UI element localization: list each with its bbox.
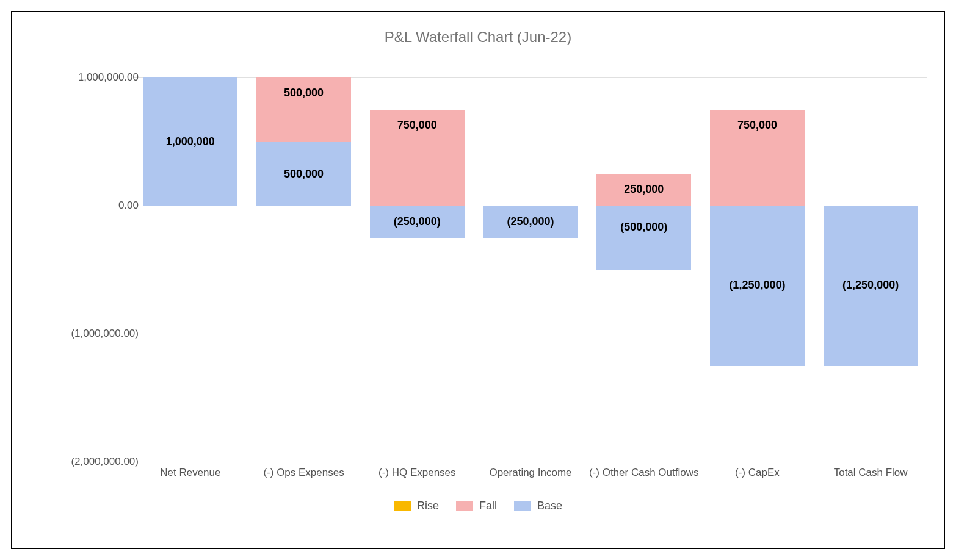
- data-label: 500,000: [256, 168, 351, 181]
- data-label: 750,000: [370, 119, 465, 132]
- bar-5: (1,250,000)750,000: [710, 77, 805, 462]
- legend-label: Base: [537, 500, 562, 512]
- plot-area: 1,000,000500,000500,000(250,000)750,000(…: [134, 77, 927, 462]
- x-tick-label: (-) Other Cash Outflows: [587, 467, 701, 479]
- legend: RiseFallBase: [12, 500, 944, 514]
- gridline: [134, 462, 927, 462]
- x-tick-label: Operating Income: [474, 467, 587, 479]
- bar-1: 500,000500,000: [256, 77, 351, 462]
- fall-swatch: [456, 501, 473, 511]
- data-label: (1,250,000): [824, 279, 918, 292]
- bar-3: (250,000): [483, 77, 578, 462]
- bar-2: (250,000)750,000: [370, 77, 465, 462]
- y-tick-label: 0.00: [29, 199, 139, 212]
- bar-4: (500,000)250,000: [596, 77, 691, 462]
- x-tick-label: (-) Ops Expenses: [247, 467, 361, 479]
- data-label: 750,000: [710, 119, 805, 132]
- bar-0: 1,000,000: [143, 77, 237, 462]
- waterfall-chart: P&L Waterfall Chart (Jun-22) 1,000,00050…: [11, 11, 945, 549]
- chart-title: P&L Waterfall Chart (Jun-22): [12, 12, 944, 46]
- legend-item-rise: Rise: [394, 500, 439, 512]
- x-tick-label: Net Revenue: [134, 467, 247, 479]
- x-tick-label: (-) HQ Expenses: [360, 467, 474, 479]
- y-tick-label: (1,000,000.00): [29, 328, 139, 340]
- data-label: (500,000): [596, 221, 691, 234]
- x-tick-label: (-) CapEx: [700, 467, 814, 479]
- x-axis-labels: Net Revenue(-) Ops Expenses(-) HQ Expens…: [134, 467, 927, 485]
- data-label: 500,000: [256, 87, 351, 99]
- data-label: 1,000,000: [143, 135, 237, 148]
- data-label: 250,000: [596, 183, 691, 196]
- legend-item-base: Base: [514, 500, 562, 512]
- bar-segment-base: [596, 206, 691, 270]
- data-label: (250,000): [483, 215, 578, 228]
- legend-label: Rise: [417, 500, 439, 512]
- data-label: (250,000): [370, 215, 465, 228]
- bar-6: (1,250,000): [824, 77, 918, 462]
- base-swatch: [514, 501, 531, 511]
- x-tick-label: Total Cash Flow: [814, 467, 927, 479]
- legend-item-fall: Fall: [456, 500, 497, 512]
- data-label: (1,250,000): [710, 279, 805, 292]
- y-tick-label: 1,000,000.00: [29, 71, 139, 84]
- y-tick-label: (2,000,000.00): [29, 456, 139, 468]
- rise-swatch: [394, 501, 411, 511]
- legend-label: Fall: [479, 500, 497, 512]
